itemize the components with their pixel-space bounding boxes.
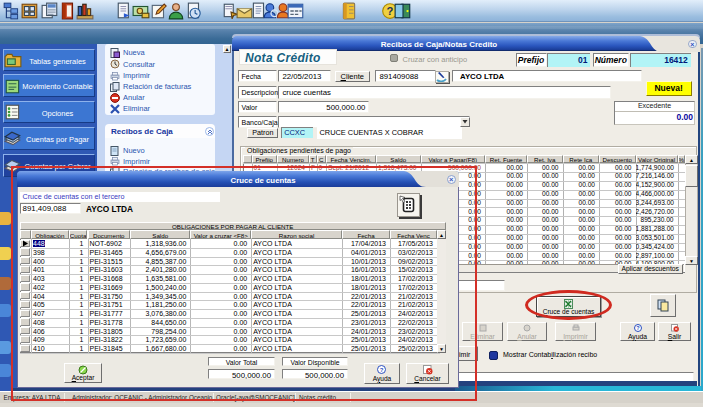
svg-text:?: ? xyxy=(387,5,394,17)
